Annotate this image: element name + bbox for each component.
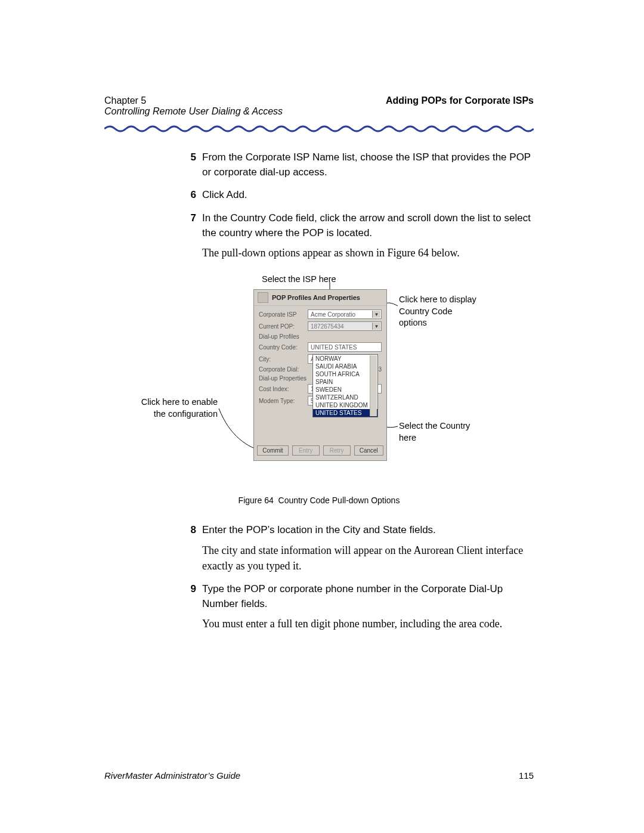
step-note: The city and state information will appe… bbox=[202, 543, 534, 574]
list-item-selected[interactable]: UNITED STATES bbox=[313, 409, 377, 417]
callout-enable-config: Click here to enable the configuration bbox=[128, 397, 218, 420]
country-code-listbox[interactable]: NORWAY SAUDI ARABIA SOUTH AFRICA SPAIN S… bbox=[312, 354, 378, 417]
entry-button[interactable]: Entry bbox=[292, 445, 320, 456]
step-text: Click Add. bbox=[202, 188, 534, 203]
country-code-dropdown[interactable]: UNITED STATES bbox=[308, 342, 382, 352]
dialog-titlebar: POP Profiles And Properties bbox=[254, 290, 386, 306]
step-5: 5 From the Corporate ISP Name list, choo… bbox=[182, 150, 534, 179]
pop-profiles-dialog: POP Profiles And Properties Corporate IS… bbox=[253, 289, 387, 461]
label-corporate-isp: Corporate ISP bbox=[259, 311, 308, 318]
callout-select-isp: Select the ISP here bbox=[262, 274, 336, 286]
chapter-label: Chapter 5 bbox=[104, 95, 146, 106]
list-item[interactable]: SWEDEN bbox=[313, 386, 377, 394]
cancel-button[interactable]: Cancel bbox=[354, 445, 383, 456]
step-number: 6 bbox=[182, 188, 196, 203]
corporate-isp-dropdown[interactable]: Acme Corporatio ▼ bbox=[308, 309, 382, 319]
step-text: Enter the POP’s location in the City and… bbox=[202, 523, 534, 538]
chevron-down-icon: ▼ bbox=[372, 323, 380, 330]
step-text: From the Corporate ISP Name list, choose… bbox=[202, 150, 534, 179]
list-item[interactable]: SAUDI ARABIA bbox=[313, 363, 377, 370]
step-number: 9 bbox=[182, 582, 196, 631]
page-footer: RiverMaster Administrator’s Guide 115 bbox=[104, 770, 534, 781]
step-text: Type the POP or corporate phone number i… bbox=[202, 582, 534, 611]
label-city: City: bbox=[259, 356, 308, 363]
section-title: Adding POPs for Corporate ISPs bbox=[386, 95, 534, 106]
step-8: 8 Enter the POP’s location in the City a… bbox=[182, 523, 534, 574]
commit-button[interactable]: Commit bbox=[257, 445, 288, 456]
step-9: 9 Type the POP or corporate phone number… bbox=[182, 582, 534, 631]
dialog-title: POP Profiles And Properties bbox=[272, 294, 360, 301]
step-text: In the Country Code field, click the arr… bbox=[202, 211, 534, 240]
page-number: 115 bbox=[519, 770, 534, 781]
callout-display-options: Click here to display Country Code optio… bbox=[399, 294, 482, 329]
figure-64: Select the ISP here Click here to displa… bbox=[104, 275, 534, 490]
label-modem-type: Modem Type: bbox=[259, 398, 308, 404]
callout-select-country: Select the Country here bbox=[399, 420, 470, 444]
label-dialup-profiles: Dial-up Profiles bbox=[259, 333, 382, 340]
list-item[interactable]: SOUTH AFRICA bbox=[313, 370, 377, 378]
step-note: You must enter a full ten digit phone nu… bbox=[202, 616, 534, 631]
retry-button[interactable]: Retry bbox=[323, 445, 351, 456]
list-item[interactable]: SWITZERLAND bbox=[313, 394, 377, 401]
label-current-pop: Current POP: bbox=[259, 323, 308, 330]
figure-caption: Figure 64 Country Code Pull-down Options bbox=[104, 496, 534, 505]
chevron-down-icon[interactable]: ▼ bbox=[372, 311, 380, 318]
list-item[interactable]: NORWAY bbox=[313, 355, 377, 363]
step-7: 7 In the Country Code field, click the a… bbox=[182, 211, 534, 261]
list-item[interactable]: SPAIN bbox=[313, 378, 377, 386]
step-number: 5 bbox=[182, 150, 196, 179]
dialog-icon bbox=[258, 292, 268, 303]
step-number: 8 bbox=[182, 523, 196, 574]
label-country-code: Country Code: bbox=[259, 344, 308, 351]
footer-guide: RiverMaster Administrator’s Guide bbox=[104, 770, 240, 781]
step-note: The pull-down options appear as shown in… bbox=[202, 245, 534, 261]
current-pop-field: 1872675434 ▼ bbox=[308, 321, 382, 331]
page-header: Chapter 5 Adding POPs for Corporate ISPs bbox=[104, 95, 534, 106]
list-item[interactable]: UNITED KINGDOM bbox=[313, 401, 377, 409]
label-cost-index: Cost Index: bbox=[259, 386, 308, 392]
scrollbar[interactable] bbox=[370, 355, 377, 416]
step-6: 6 Click Add. bbox=[182, 188, 534, 203]
label-corporate-dial: Corporate Dial: bbox=[259, 366, 308, 373]
section-subtitle: Controlling Remote User Dialing & Access bbox=[104, 106, 283, 117]
step-number: 7 bbox=[182, 211, 196, 261]
divider-wavy bbox=[104, 125, 534, 132]
